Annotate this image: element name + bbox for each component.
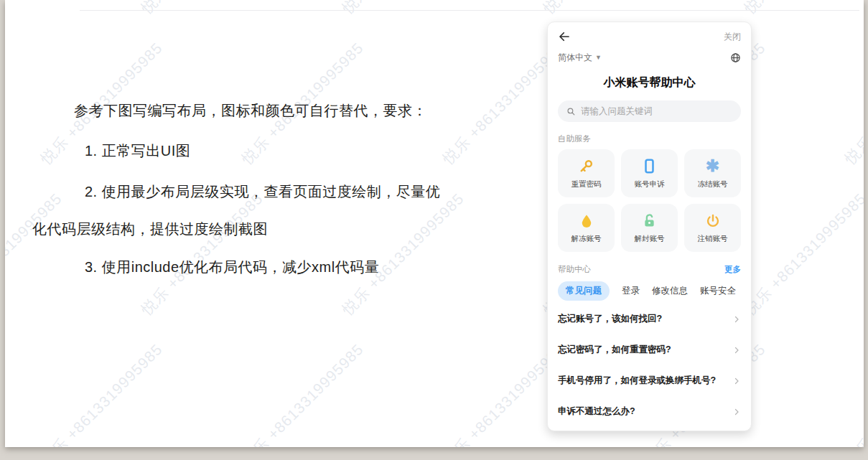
faq-question: 手机号停用了，如何登录或换绑手机号? [558,375,716,387]
service-label: 冻结账号 [698,179,728,189]
service-label: 账号申诉 [635,179,665,189]
service-label: 重置密码 [571,179,602,189]
chevron-down-icon: ▼ [595,54,602,61]
requirement-item-2: 2. 使用最少布局层级实现，查看页面过度绘制，尽量优 [85,182,440,202]
close-button[interactable]: 关闭 [724,31,741,43]
more-link[interactable]: 更多 [724,264,741,275]
service-unban-account[interactable]: 解封账号 [621,204,678,252]
phone-mockup: 关闭 简体中文 ▼ 小米账号帮助中心 请输入问题关键词 自助服务 [547,22,752,431]
unlock-icon [641,212,658,230]
key-icon [578,158,594,175]
self-service-section-label: 自助服务 [558,133,741,144]
watermark-text: 悦乐 +8613319995985 [5,189,66,319]
requirement-item-2-wrap: 化代码层级结构，提供过度绘制截图 [32,220,268,239]
watermark-text: 悦乐 +8613319995985 [841,38,864,169]
nav-bar: 关闭 [558,29,741,44]
page-top-divider [80,10,859,11]
service-freeze-account[interactable]: ✱ 冻结账号 [684,149,741,197]
self-service-grid: 重置密码 账号申诉 ✱ 冻结账号 解冻账号 [558,149,741,252]
watermark-text: 悦乐 +8613319995985 [5,0,66,18]
language-row: 简体中文 ▼ [558,51,741,64]
watermark-text: 悦乐 +8613319995985 [740,0,864,18]
tab-login[interactable]: 登录 [622,285,640,297]
help-center-section-label: 帮助中心 [558,264,591,275]
service-label: 注销账号 [698,234,728,244]
watermark-text: 悦乐 +8613319995985 [539,0,670,18]
search-icon [566,107,576,116]
drop-icon [579,212,594,230]
service-label: 解封账号 [635,234,665,244]
asterisk-icon: ✱ [706,158,719,175]
faq-item[interactable]: 手机号停用了，如何登录或换绑手机号? [558,365,741,396]
chevron-right-icon [732,408,741,416]
watermark-text: 悦乐 +8613319995985 [338,0,469,18]
document-page: 悦乐 +8613319995985悦乐 +8613319995985悦乐 +86… [5,0,864,447]
watermark-text: 悦乐 +8613319995985 [740,189,864,319]
help-center-header: 帮助中心 更多 [558,264,741,275]
service-account-appeal[interactable]: 账号申诉 [621,149,678,197]
watermark-text: 悦乐 +8613319995985 [338,189,469,319]
globe-icon[interactable] [730,52,741,63]
language-selector[interactable]: 简体中文 ▼ [558,52,602,64]
service-unfreeze-account[interactable]: 解冻账号 [558,204,615,252]
language-label: 简体中文 [558,52,592,64]
faq-item[interactable]: 忘记账号了，该如何找回? [558,304,741,334]
faq-question: 忘记账号了，该如何找回? [558,313,662,325]
requirement-intro-text: 参考下图写编写布局，图标和颜色可自行替代，要求： [74,101,427,121]
faq-item[interactable]: 申诉不通过怎么办? [558,396,741,427]
service-reset-password[interactable]: 重置密码 [558,149,615,197]
back-arrow-icon[interactable] [558,30,571,43]
tab-modify-info[interactable]: 修改信息 [652,285,688,297]
faq-question: 申诉不通过怎么办? [558,405,635,418]
service-delete-account[interactable]: 注销账号 [684,204,741,252]
service-label: 解冻账号 [571,234,602,244]
watermark-text: 悦乐 +8613319995985 [137,189,268,319]
faq-list: 忘记账号了，该如何找回? 忘记密码了，如何重置密码? 手机号停用了，如何登录或换… [558,304,741,427]
tab-faq[interactable]: 常见问题 [558,281,610,301]
help-tabs: 常见问题 登录 修改信息 账号安全 [558,281,741,301]
watermark-text: 悦乐 +8613319995985 [137,0,268,18]
watermark-text: 悦乐 +8613319995985 [238,339,368,447]
tab-account-security[interactable]: 账号安全 [700,285,736,297]
power-icon [705,212,721,230]
search-input[interactable]: 请输入问题关键词 [558,100,741,122]
chevron-right-icon [732,346,741,355]
requirement-item-3: 3. 使用include优化布局代码，减少xml代码量 [85,258,379,277]
chevron-right-icon [732,377,741,385]
faq-question: 忘记密码了，如何重置密码? [558,344,671,356]
phone-icon [641,158,658,175]
watermark-text: 悦乐 +8613319995985 [37,339,167,447]
faq-item[interactable]: 忘记密码了，如何重置密码? [558,334,741,365]
page-title: 小米账号帮助中心 [558,75,741,90]
watermark-text: 悦乐 +8613319995985 [841,339,864,447]
chevron-right-icon [732,315,741,324]
requirement-item-1: 1. 正常写出UI图 [85,141,190,161]
search-placeholder: 请输入问题关键词 [581,105,653,118]
